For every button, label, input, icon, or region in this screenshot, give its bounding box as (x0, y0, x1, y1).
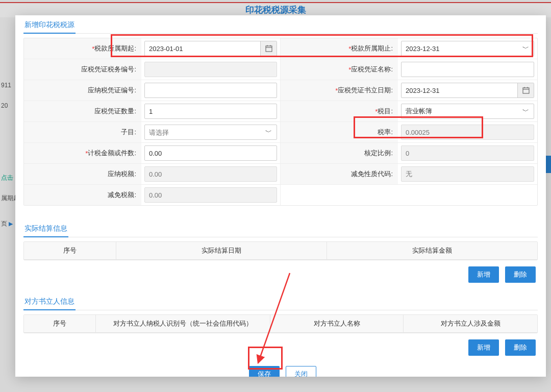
select-sub-item[interactable] (144, 125, 277, 140)
settlement-table: 序号 实际结算日期 实际结算金额 (23, 241, 538, 260)
th-seq: 序号 (24, 242, 116, 259)
input-tax-doc-count[interactable] (144, 104, 277, 119)
input-tax-doc-tax-num (144, 62, 277, 77)
label-tax-doc-name: *应税凭证名称: (281, 59, 398, 80)
svg-rect-4 (523, 88, 529, 93)
section-title-new-source: 新增印花税税源 (23, 15, 76, 34)
label-tax-payable: 应纳税额: (24, 164, 141, 184)
input-tax-pay-doc-num[interactable] (144, 83, 277, 98)
input-reduction-code: 无 (401, 166, 534, 182)
counterparty-add-button[interactable]: 新增 (468, 339, 499, 356)
settlement-delete-button[interactable]: 删除 (505, 266, 536, 283)
modal-footer: 保存 关闭 (23, 362, 538, 377)
input-period-end[interactable] (401, 41, 534, 56)
select-tax-item[interactable] (401, 104, 534, 119)
th-cp-id: 对方书立人纳税人识别号（统一社会信用代码） (96, 315, 270, 332)
th-cp-name: 对方书立人名称 (270, 315, 404, 332)
label-sub-item: 子目: (24, 122, 141, 142)
th-seq: 序号 (24, 315, 96, 332)
label-period-end: *税款所属期止: (281, 38, 398, 59)
label-period-start: *税款所属期起: (24, 38, 141, 59)
counterparty-table: 序号 对方书立人纳税人识别号（统一社会信用代码） 对方书立人名称 对方书立人涉及… (23, 314, 538, 333)
th-cp-amount: 对方书立人涉及金额 (404, 315, 537, 332)
settlement-add-button[interactable]: 新增 (468, 266, 499, 283)
calendar-icon[interactable] (517, 83, 534, 97)
section-title-settlement: 实际结算信息 (23, 219, 68, 237)
input-tax-rate: 0.00025 (401, 125, 534, 140)
label-tax-doc-date: *应税凭证书立日期: (281, 80, 398, 101)
label-tax-doc-tax-num: 应税凭证税务编号: (24, 59, 141, 80)
save-button[interactable]: 保存 (249, 366, 280, 377)
input-tax-payable: 0.00 (144, 166, 277, 182)
input-assess-ratio: 0 (401, 145, 534, 161)
label-tax-rate: 税率: (281, 122, 398, 142)
section-title-counterparty: 对方书立人信息 (23, 292, 76, 310)
input-reduction-amt: 0.00 (144, 187, 277, 203)
svg-rect-0 (266, 46, 272, 52)
close-button[interactable]: 关闭 (286, 366, 316, 377)
label-reduction-code: 减免性质代码: (281, 164, 398, 184)
form-grid: *税款所属期起: *税款所属期止: ﹀ (23, 38, 538, 206)
label-reduction-amt: 减免税额: (24, 185, 141, 205)
calendar-icon[interactable] (260, 41, 277, 56)
label-assess-ratio: 核定比例: (281, 143, 398, 163)
th-settle-date: 实际结算日期 (116, 242, 327, 259)
add-stamp-tax-modal: 新增印花税税源 *税款所属期起: *税款所属期止: (15, 15, 546, 377)
input-tax-base[interactable] (144, 145, 277, 161)
input-tax-doc-date[interactable] (401, 83, 534, 98)
label-tax-pay-doc-num: 应纳税凭证编号: (24, 80, 141, 101)
input-period-start[interactable] (144, 41, 277, 56)
label-tax-base: *计税金额或件数: (24, 143, 141, 163)
th-settle-amount: 实际结算金额 (327, 242, 537, 259)
label-tax-item: *税目: (281, 101, 398, 121)
label-tax-doc-count: 应税凭证数量: (24, 101, 141, 121)
input-tax-doc-name[interactable] (401, 62, 534, 77)
counterparty-delete-button[interactable]: 删除 (505, 339, 536, 356)
